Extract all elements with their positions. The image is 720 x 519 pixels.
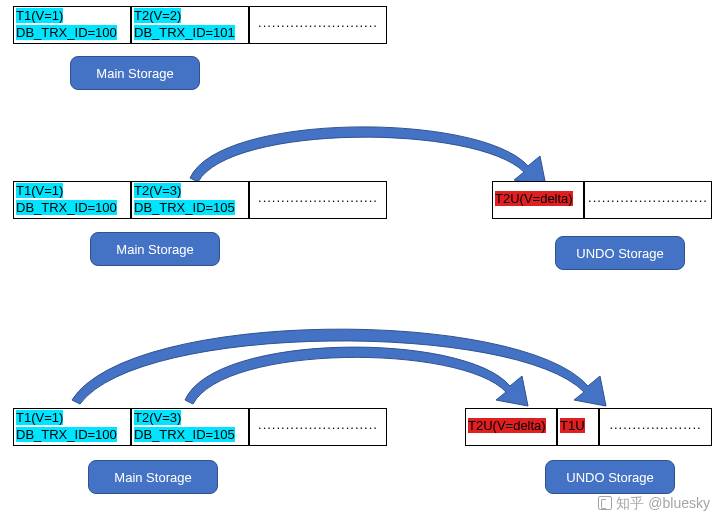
s3-main-storage-badge: Main Storage [88, 460, 218, 494]
cell-line1: T1(V=1) [16, 183, 63, 198]
s3-undo-cell-1: T1U [557, 408, 599, 446]
s2-undo-cell-dots: .......................... [584, 181, 712, 219]
cell-line2: DB_TRX_ID=100 [16, 200, 117, 215]
cell-line1: T2(V=3) [134, 410, 181, 425]
cell-line2: DB_TRX_ID=100 [16, 427, 117, 442]
s3-undo-cell-dots: .................... [599, 408, 712, 446]
s1-main-cell-0: T1(V=1) DB_TRX_ID=100 [13, 6, 131, 44]
s3-main-cell-1: T2(V=3) DB_TRX_ID=105 [131, 408, 249, 446]
s1-main-storage-badge: Main Storage [70, 56, 200, 90]
cell-line2: DB_TRX_ID=105 [134, 200, 235, 215]
s3-undo-cell-0: T2U(V=delta) [465, 408, 557, 446]
s1-main-cell-1: T2(V=2) DB_TRX_ID=101 [131, 6, 249, 44]
s2-main-cell-dots: .......................... [249, 181, 387, 219]
s2-main-cell-1: T2(V=3) DB_TRX_ID=105 [131, 181, 249, 219]
zhihu-icon [598, 496, 612, 510]
cell-text: T1U [560, 418, 585, 433]
s2-main-storage-badge: Main Storage [90, 232, 220, 266]
s2-undo-cell-0: T2U(V=delta) [492, 181, 584, 219]
cell-line2: DB_TRX_ID=100 [16, 25, 117, 40]
watermark-text: 知乎 @bluesky [616, 495, 710, 511]
cell-line2: DB_TRX_ID=105 [134, 427, 235, 442]
s3-main-cell-0: T1(V=1) DB_TRX_ID=100 [13, 408, 131, 446]
cell-line1: T2(V=3) [134, 183, 181, 198]
s1-main-cell-dots: .......................... [249, 6, 387, 44]
s2-undo-storage-badge: UNDO Storage [555, 236, 685, 270]
arrow-s3-t2-to-t2u [175, 340, 555, 410]
watermark: 知乎 @bluesky [598, 495, 710, 513]
s3-undo-storage-badge: UNDO Storage [545, 460, 675, 494]
cell-line1: T1(V=1) [16, 410, 63, 425]
cell-line2: DB_TRX_ID=101 [134, 25, 235, 40]
s3-main-cell-dots: .......................... [249, 408, 387, 446]
cell-line1: T1(V=1) [16, 8, 63, 23]
cell-line1: T2(V=2) [134, 8, 181, 23]
arrow-s2-t2-to-t2u [180, 120, 560, 190]
cell-text: T2U(V=delta) [495, 191, 573, 206]
s2-main-cell-0: T1(V=1) DB_TRX_ID=100 [13, 181, 131, 219]
cell-text: T2U(V=delta) [468, 418, 546, 433]
